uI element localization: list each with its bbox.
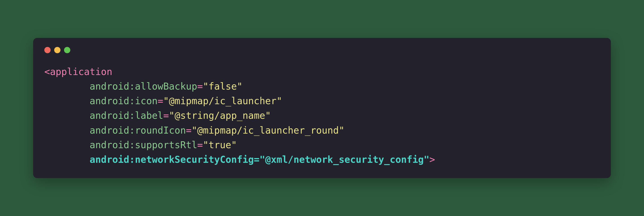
tag-open-bracket: < <box>44 66 50 77</box>
quote-close: " <box>231 139 237 150</box>
code-line-6-highlighted: android:networkSecurityConfig="@xml/netw… <box>44 154 435 165</box>
attr-name: android:supportsRtl <box>90 139 197 150</box>
indent <box>44 94 90 108</box>
tag-name: application <box>50 66 112 77</box>
attr-value: false <box>208 81 237 92</box>
attr-value: true <box>208 139 231 150</box>
attr-value: @xml/network_security_config <box>265 154 424 165</box>
code-window: <application android:allowBackup="false"… <box>33 38 611 178</box>
indent <box>44 108 90 123</box>
quote-close: " <box>339 125 344 136</box>
indent <box>44 79 90 94</box>
window-controls <box>44 47 600 53</box>
code-content: <application android:allowBackup="false"… <box>44 64 600 167</box>
code-line-3: android:label="@string/app_name" <box>44 110 271 121</box>
attr-eq: = <box>254 154 260 165</box>
quote-open: " <box>203 139 208 150</box>
indent <box>44 138 90 152</box>
quote-open: " <box>169 110 174 121</box>
quote-close: " <box>276 95 282 106</box>
indent <box>44 152 90 167</box>
attr-value: @mipmap/ic_launcher_round <box>197 125 339 136</box>
code-line-5: android:supportsRtl="true" <box>44 139 237 150</box>
attr-name: android:allowBackup <box>90 81 197 92</box>
indent <box>44 123 90 138</box>
minimize-icon[interactable] <box>54 47 60 53</box>
quote-close: " <box>265 110 271 121</box>
quote-open: " <box>163 95 169 106</box>
attr-value: @string/app_name <box>175 110 265 121</box>
code-line-4: android:roundIcon="@mipmap/ic_launcher_r… <box>44 125 344 136</box>
quote-open: " <box>260 154 265 165</box>
quote-close: " <box>237 81 242 92</box>
attr-eq: = <box>186 125 192 136</box>
attr-eq: = <box>197 139 203 150</box>
attr-eq: = <box>197 81 203 92</box>
attr-name: android:label <box>90 110 163 121</box>
attr-name: android:roundIcon <box>90 125 186 136</box>
code-line-2: android:icon="@mipmap/ic_launcher" <box>44 95 282 106</box>
maximize-icon[interactable] <box>64 47 70 53</box>
close-icon[interactable] <box>44 47 50 53</box>
code-line-1: android:allowBackup="false" <box>44 81 242 92</box>
attr-eq: = <box>163 110 169 121</box>
attr-name: android:icon <box>90 95 158 106</box>
quote-close: " <box>424 154 429 165</box>
tag-close-bracket: > <box>430 154 435 165</box>
attr-value: @mipmap/ic_launcher <box>169 95 276 106</box>
attr-name: android:networkSecurityConfig <box>90 154 254 165</box>
quote-open: " <box>203 81 208 92</box>
quote-open: " <box>192 125 197 136</box>
attr-eq: = <box>158 95 163 106</box>
